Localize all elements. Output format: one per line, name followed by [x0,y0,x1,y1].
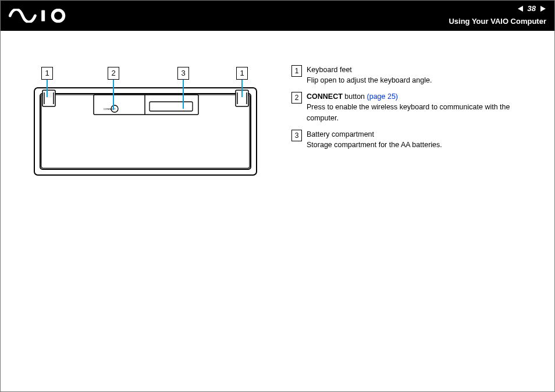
callout-1b: 1 [236,67,248,80]
legend-item-2: 2 CONNECT button (page 25) Press to enab… [291,91,537,123]
keyboard-diagram: 1 2 3 1 [33,67,266,177]
prev-page-icon[interactable] [517,5,524,12]
svg-marker-3 [540,6,546,12]
connect-label: CONNECT [104,108,116,111]
leader-line [47,80,48,97]
legend-item-1: 1 Keyboard feet Flip open to adjust the … [291,65,537,85]
svg-marker-2 [518,6,523,12]
page-ref-link[interactable]: (page 25) [367,92,399,101]
leader-line [183,80,184,109]
legend-desc: Press to enable the wireless keyboard to… [307,103,510,122]
legend-item-3: 3 Battery compartment Storage compartmen… [291,129,537,150]
legend: 1 Keyboard feet Flip open to adjust the … [291,65,537,156]
page-header: 38 Using Your VAIO Computer [1,1,554,31]
legend-title: Battery compartment [307,130,374,138]
legend-title-bold: CONNECT [307,92,343,101]
page-number-nav: 38 [517,4,546,13]
svg-point-1 [52,10,63,21]
page-content: 1 2 3 1 [1,31,554,391]
callout-3: 3 [177,67,189,80]
callout-2: 2 [108,67,119,80]
vaio-logo [9,9,73,23]
legend-num: 2 [291,92,302,104]
svg-rect-0 [41,10,45,21]
legend-num: 3 [291,130,302,141]
legend-text: Battery compartment Storage compartment … [307,129,537,150]
document-page: 38 Using Your VAIO Computer 1 2 3 1 [0,0,555,392]
leader-line [241,80,243,97]
next-page-icon[interactable] [539,5,546,12]
legend-text: CONNECT button (page 25) Press to enable… [307,91,537,123]
legend-num: 1 [291,65,302,77]
legend-desc: Flip open to adjust the keyboard angle. [307,76,432,84]
legend-title: Keyboard feet [307,66,352,74]
svg-rect-17 [150,102,193,111]
leader-line [113,80,114,110]
legend-desc: Storage compartment for the AA batteries… [307,141,442,149]
section-title: Using Your VAIO Computer [449,17,546,26]
legend-title-rest: button [343,92,367,101]
page-number: 38 [528,4,536,13]
callout-1: 1 [41,67,53,80]
legend-text: Keyboard feet Flip open to adjust the ke… [307,65,537,85]
callout-row: 1 2 3 1 [33,67,266,82]
keyboard-svg: CONNECT [33,84,258,177]
